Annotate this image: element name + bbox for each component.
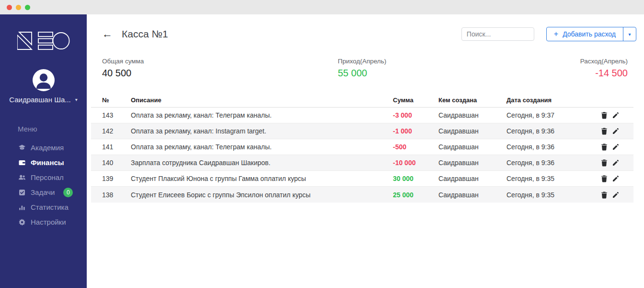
row-date: Сегодня, в 9:35 [506, 175, 600, 182]
row-description: Студент Плаксий Юнона с группы Гамма опл… [131, 175, 393, 182]
table-row: 141 Оплата за рекламу, канал: Телеграм к… [91, 139, 633, 155]
row-amount: -10 000 [393, 159, 438, 167]
row-id: 138 [91, 191, 131, 199]
delete-icon[interactable] [600, 127, 608, 135]
avatar[interactable] [33, 69, 55, 91]
sidebar-item-finance[interactable]: Финансы [0, 155, 87, 170]
academy-icon [18, 144, 26, 152]
back-arrow-icon[interactable]: ← [102, 29, 113, 39]
app-window: Саидравшан Ша... ▾ Меню Академия Финансы [0, 0, 644, 288]
stats-icon [18, 204, 26, 211]
sidebar-item-settings[interactable]: Настройки [0, 215, 87, 229]
delete-icon[interactable] [600, 175, 608, 182]
row-date: Сегодня, в 9:35 [506, 191, 600, 199]
table-row: 142 Оплата за рекламу, канал: Instagram … [91, 123, 633, 139]
row-author: Саидравшан [438, 159, 506, 167]
user-name: Саидравшан Ша... [9, 96, 71, 104]
column-header-desc: Описание [131, 96, 393, 104]
row-id: 139 [91, 175, 131, 182]
row-date: Сегодня, в 9:36 [506, 127, 600, 135]
delete-icon[interactable] [600, 143, 608, 151]
stat-label: Общая сумма [102, 58, 338, 65]
row-id: 142 [91, 127, 131, 135]
row-amount: -1 000 [393, 127, 438, 135]
table-row: 140 Зарплата сотрудника Саидравшан Шакир… [91, 155, 633, 171]
chevron-down-icon: ▾ [75, 97, 78, 102]
plus-icon: + [554, 30, 558, 38]
column-header-amount: Сумма [393, 96, 438, 104]
row-description: Зарплата сотрудника Саидравшан Шакиров. [131, 159, 393, 167]
window-titlebar [0, 0, 644, 14]
row-amount: 25 000 [393, 191, 438, 199]
edit-icon[interactable] [612, 127, 620, 135]
summary-stats: Общая сумма 40 500 Приход(Апрель) 55 000… [87, 58, 644, 79]
add-expense-label: Добавить расход [563, 30, 616, 38]
row-description: Студент Елисеев Борис с группы Эпсилон о… [131, 191, 393, 199]
row-author: Саидравшан [438, 191, 506, 199]
row-author: Саидравшан [438, 175, 506, 182]
row-description: Оплата за рекламу, канал: Instagram targ… [131, 127, 393, 135]
add-expense-split-button: + Добавить расход ▾ [546, 27, 636, 41]
row-id: 143 [91, 111, 131, 119]
row-amount: -500 [393, 143, 438, 151]
edit-icon[interactable] [612, 111, 620, 119]
row-author: Саидравшан [438, 127, 506, 135]
delete-icon[interactable] [600, 159, 608, 167]
sidebar: Саидравшан Ша... ▾ Меню Академия Финансы [0, 14, 87, 288]
stat-value: 55 000 [338, 68, 580, 79]
edit-icon[interactable] [612, 175, 620, 182]
sidebar-item-tasks[interactable]: Задачи 0 [0, 185, 87, 200]
stat-income: Приход(Апрель) 55 000 [338, 58, 580, 79]
row-description: Оплата за рекламу, канал: Телеграм канал… [131, 111, 393, 119]
stat-total: Общая сумма 40 500 [102, 58, 338, 79]
sidebar-nav: Академия Финансы Персонал [0, 140, 87, 229]
sidebar-item-label: Персонал [31, 173, 64, 181]
row-author: Саидравшан [438, 111, 506, 119]
add-expense-button[interactable]: + Добавить расход [547, 27, 623, 41]
main-content: ← Касса №1 + Добавить расход ▾ Общая сум… [87, 14, 644, 288]
sidebar-item-label: Статистика [31, 203, 69, 211]
row-id: 141 [91, 143, 131, 151]
close-window-icon[interactable] [7, 5, 12, 10]
table-header-row: № Описание Сумма Кем создана Дата создан… [91, 93, 633, 108]
edit-icon[interactable] [612, 159, 620, 167]
personnel-icon [18, 174, 26, 181]
neo-logo-icon [17, 30, 70, 51]
column-header-date: Дата создания [506, 96, 600, 104]
delete-icon[interactable] [600, 191, 608, 199]
table-row: 143 Оплата за рекламу, канал: Телеграм к… [91, 108, 633, 123]
row-date: Сегодня, в 9:36 [506, 159, 600, 167]
minimize-window-icon[interactable] [16, 5, 21, 10]
add-expense-dropdown-button[interactable]: ▾ [623, 27, 636, 41]
sidebar-item-statistics[interactable]: Статистика [0, 200, 87, 215]
finance-icon [18, 159, 26, 167]
user-menu[interactable]: Саидравшан Ша... ▾ [0, 96, 87, 104]
transactions-table: № Описание Сумма Кем создана Дата создан… [91, 93, 633, 203]
row-author: Саидравшан [438, 143, 506, 151]
page-title: Касса №1 [122, 28, 168, 40]
settings-icon [18, 218, 26, 226]
row-id: 140 [91, 159, 131, 167]
zoom-window-icon[interactable] [25, 5, 30, 10]
table-row: 138 Студент Елисеев Борис с группы Эпсил… [91, 187, 633, 203]
tasks-icon [18, 189, 26, 196]
page-header: ← Касса №1 + Добавить расход ▾ [87, 14, 644, 41]
caret-down-icon: ▾ [628, 32, 631, 37]
row-amount: -3 000 [393, 111, 438, 119]
row-date: Сегодня, в 9:37 [506, 111, 600, 119]
row-date: Сегодня, в 9:36 [506, 143, 600, 151]
search-input[interactable] [461, 27, 534, 41]
delete-icon[interactable] [600, 111, 608, 119]
menu-section-label: Меню [18, 125, 87, 133]
edit-icon[interactable] [612, 143, 620, 151]
sidebar-item-label: Академия [31, 144, 64, 152]
edit-icon[interactable] [612, 191, 620, 199]
column-header-id: № [91, 96, 131, 104]
tasks-count-badge: 0 [63, 188, 73, 197]
sidebar-item-personnel[interactable]: Персонал [0, 170, 87, 185]
stat-value: 40 500 [102, 68, 338, 79]
sidebar-item-label: Задачи [31, 188, 55, 196]
sidebar-item-label: Финансы [31, 158, 64, 167]
sidebar-item-academy[interactable]: Академия [0, 140, 87, 155]
row-description: Оплата за рекламу, канал: Телеграм канал… [131, 143, 393, 151]
